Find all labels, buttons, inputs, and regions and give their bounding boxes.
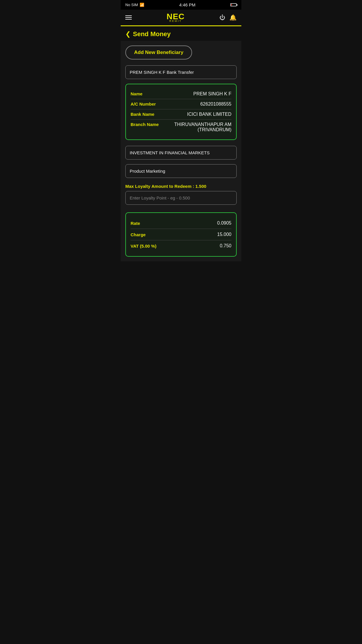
beneficiary-branch-row: Branch Name THIRUVANANTHAPUR AM (TRIVAND…: [131, 120, 231, 135]
back-button[interactable]: ❮: [125, 30, 131, 38]
vat-row: VAT (5.00 %) 0.750: [131, 240, 231, 251]
branch-label: Branch Name: [131, 122, 171, 127]
time-label: 4:46 PM: [179, 2, 196, 7]
header: NEC REMIT ⏻ 🔔: [121, 10, 241, 25]
purpose-dropdown[interactable]: [125, 146, 237, 160]
vat-value: 0.750: [171, 243, 231, 249]
back-nav: ❮ Send Money: [121, 26, 241, 41]
beneficiary-dropdown[interactable]: [125, 65, 237, 79]
rate-card: Rate 0.0905 Charge 15.000 VAT (5.00 %) 0…: [125, 212, 237, 257]
max-loyalty-label: Max Loyalty Amount to Redeem : 1.500: [125, 184, 237, 189]
rate-row: Rate 0.0905: [131, 218, 231, 229]
status-bar: No SIM 📶 4:46 PM: [121, 0, 241, 10]
loyalty-input[interactable]: [125, 191, 237, 205]
power-icon[interactable]: ⏻: [219, 14, 225, 21]
battery-fill: [231, 4, 232, 6]
charge-row: Charge 15.000: [131, 229, 231, 240]
source-dropdown[interactable]: [125, 164, 237, 178]
bank-value: ICICI BANK LIMITED: [171, 112, 231, 117]
branch-value: THIRUVANANTHAPUR AM (TRIVANDRUM): [171, 122, 231, 132]
name-label: Name: [131, 91, 171, 96]
logo-area: NEC REMIT: [166, 13, 184, 22]
beneficiary-card: Name PREM SINGH K F A/C Number 626201088…: [125, 84, 237, 140]
charge-label: Charge: [131, 232, 171, 237]
hamburger-menu-icon[interactable]: [125, 15, 132, 20]
ac-value: 626201088555: [171, 102, 231, 107]
battery-icon: [230, 3, 237, 6]
carrier-label: No SIM: [125, 3, 138, 7]
charge-value: 15.000: [171, 232, 231, 237]
page-title: Send Money: [133, 30, 171, 38]
header-right: ⏻ 🔔: [219, 14, 237, 21]
add-beneficiary-button[interactable]: Add New Beneficiary: [125, 46, 192, 60]
status-right: [230, 3, 237, 6]
beneficiary-name-row: Name PREM SINGH K F: [131, 89, 231, 99]
ac-label: A/C Number: [131, 102, 171, 106]
name-value: PREM SINGH K F: [171, 91, 231, 97]
rate-value: 0.0905: [171, 220, 231, 226]
status-left: No SIM 📶: [125, 3, 144, 7]
beneficiary-ac-row: A/C Number 626201088555: [131, 99, 231, 109]
beneficiary-bank-row: Bank Name ICICI BANK LIMITED: [131, 109, 231, 120]
page-content: Add New Beneficiary Name PREM SINGH K F …: [121, 41, 241, 261]
bell-icon[interactable]: 🔔: [229, 14, 237, 21]
wifi-icon: 📶: [140, 3, 144, 7]
vat-label: VAT (5.00 %): [131, 244, 171, 249]
bank-label: Bank Name: [131, 112, 171, 117]
rate-label: Rate: [131, 221, 171, 226]
